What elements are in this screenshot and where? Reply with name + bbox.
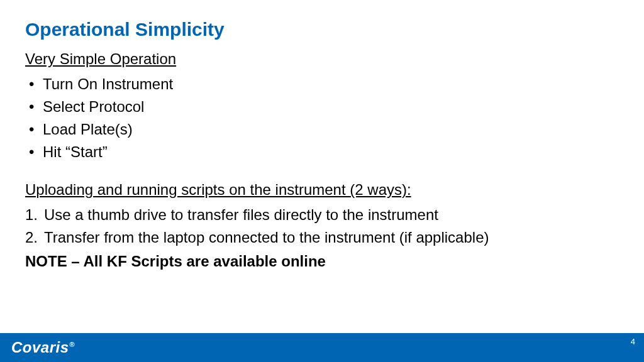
registered-mark: ® <box>70 341 75 348</box>
section1-list: Turn On Instrument Select Protocol Load … <box>25 73 619 163</box>
list-item: Use a thumb drive to transfer files dire… <box>25 204 619 226</box>
slide-content: Operational Simplicity Very Simple Opera… <box>0 0 644 270</box>
brand-name: Covaris <box>11 339 69 356</box>
list-item: Turn On Instrument <box>25 73 619 96</box>
list-item: Select Protocol <box>25 96 619 118</box>
list-item: Load Plate(s) <box>25 118 619 141</box>
list-item: Transfer from the laptop connected to th… <box>25 226 619 249</box>
section2-heading: Uploading and running scripts on the ins… <box>25 181 619 199</box>
page-number: 4 <box>631 337 635 346</box>
list-item: Hit “Start” <box>25 141 619 163</box>
brand-logo: Covaris® <box>11 339 75 356</box>
section1-heading: Very Simple Operation <box>25 50 619 68</box>
slide-title: Operational Simplicity <box>25 19 619 40</box>
note-text: NOTE – All KF Scripts are available onli… <box>25 253 619 270</box>
footer-bar: Covaris® 4 <box>0 333 644 362</box>
section2-list: Use a thumb drive to transfer files dire… <box>25 204 619 249</box>
